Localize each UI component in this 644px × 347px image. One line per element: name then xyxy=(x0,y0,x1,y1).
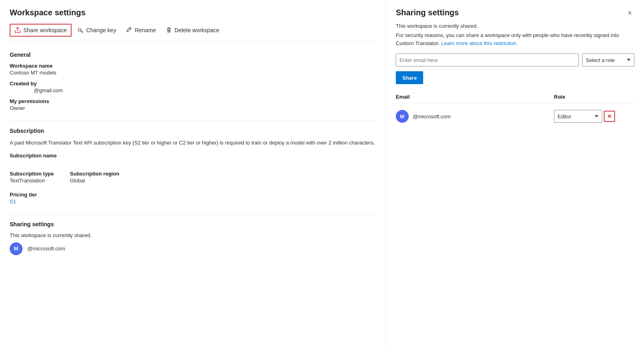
remove-user-button[interactable]: ✕ xyxy=(604,111,615,122)
permissions-value: Owner xyxy=(10,105,376,111)
role-select[interactable]: Select a role Owner Editor Viewer xyxy=(582,54,634,66)
shared-user-email-left: @microsoft.com xyxy=(27,246,65,252)
email-input[interactable] xyxy=(396,54,579,66)
role-select-inline[interactable]: Editor Owner Viewer xyxy=(554,110,602,123)
general-section-title: General xyxy=(10,52,376,58)
delete-workspace-label: Delete workspace xyxy=(175,27,219,33)
pricing-tier-value: S1 xyxy=(10,198,376,204)
remove-icon: ✕ xyxy=(607,113,612,120)
subscription-description: A paid Microsoft Translator Text API sub… xyxy=(10,139,376,147)
rename-label: Rename xyxy=(135,27,156,33)
avatar: M xyxy=(396,110,409,123)
pricing-tier-label: Pricing tier xyxy=(10,192,376,198)
role-column-header: Role xyxy=(554,94,634,100)
share-icon xyxy=(14,27,21,33)
delete-workspace-button[interactable]: Delete workspace xyxy=(162,25,223,36)
right-shared-status: This workspace is currently shared. xyxy=(396,23,634,29)
shared-user-avatar-left: M xyxy=(10,242,23,255)
created-by-label: Created by xyxy=(10,81,376,87)
toolbar: Share workspace Change key Rename xyxy=(10,24,376,42)
right-shared-desc: For security reasons, you can share a wo… xyxy=(396,31,634,47)
subscription-name-value xyxy=(10,159,376,166)
panel-header: Sharing settings × xyxy=(396,8,634,18)
subscription-type-value: TextTranslation xyxy=(10,178,54,184)
shared-user-row-left: M @microsoft.com xyxy=(10,242,376,255)
sharing-section-left: Sharing settings This workspace is curre… xyxy=(10,221,376,255)
email-column-header: Email xyxy=(396,94,554,100)
rename-icon xyxy=(126,27,132,33)
role-edit-cell: Editor Owner Viewer ✕ xyxy=(554,110,634,123)
share-workspace-label: Share workspace xyxy=(23,27,67,33)
subscription-region-value: Global xyxy=(70,178,119,184)
page-title: Workspace settings xyxy=(10,8,376,17)
shared-user-email-cell: M @microsoft.com xyxy=(396,110,554,123)
table-row: M @microsoft.com Editor Owner Viewer ✕ xyxy=(396,107,634,126)
share-button[interactable]: Share xyxy=(396,71,423,84)
learn-more-link[interactable]: Learn more about this restriction. xyxy=(441,40,518,46)
share-workspace-button[interactable]: Share workspace xyxy=(10,24,72,37)
share-input-row: Select a role Owner Editor Viewer xyxy=(396,54,634,66)
left-panel: Workspace settings Share workspace Chang… xyxy=(0,0,386,347)
subscription-type-group: Subscription type TextTranslation xyxy=(10,171,54,188)
close-button[interactable]: × xyxy=(625,8,634,18)
right-panel: Sharing settings × This workspace is cur… xyxy=(386,0,644,347)
subscription-name-label: Subscription name xyxy=(10,153,376,159)
change-key-label: Change key xyxy=(86,27,116,33)
subscription-section: Subscription A paid Microsoft Translator… xyxy=(10,128,376,204)
workspace-name-value: Contoso MT models xyxy=(10,70,376,76)
key-icon xyxy=(77,27,84,33)
divider-1 xyxy=(10,121,376,121)
subscription-region-label: Subscription region xyxy=(70,171,119,177)
subscription-type-region: Subscription type TextTranslation Subscr… xyxy=(10,171,376,188)
rename-button[interactable]: Rename xyxy=(122,25,160,36)
close-icon: × xyxy=(628,9,632,17)
divider-2 xyxy=(10,214,376,215)
sharing-status-left: This workspace is currently shared. xyxy=(10,232,376,238)
share-button-label: Share xyxy=(402,75,417,81)
subscription-type-label: Subscription type xyxy=(10,171,54,177)
subscription-region-group: Subscription region Global xyxy=(70,171,119,188)
shared-users-table-header: Email Role xyxy=(396,91,634,103)
created-by-value: @gmail.com xyxy=(10,87,376,93)
sharing-section-title: Sharing settings xyxy=(10,221,376,227)
workspace-name-label: Workspace name xyxy=(10,63,376,69)
permissions-label: My permissions xyxy=(10,98,376,104)
change-key-button[interactable]: Change key xyxy=(73,25,120,36)
subscription-section-title: Subscription xyxy=(10,128,376,134)
delete-icon xyxy=(166,27,172,33)
shared-user-email: @microsoft.com xyxy=(413,114,451,120)
general-section: General Workspace name Contoso MT models… xyxy=(10,52,376,111)
panel-title: Sharing settings xyxy=(396,8,459,17)
